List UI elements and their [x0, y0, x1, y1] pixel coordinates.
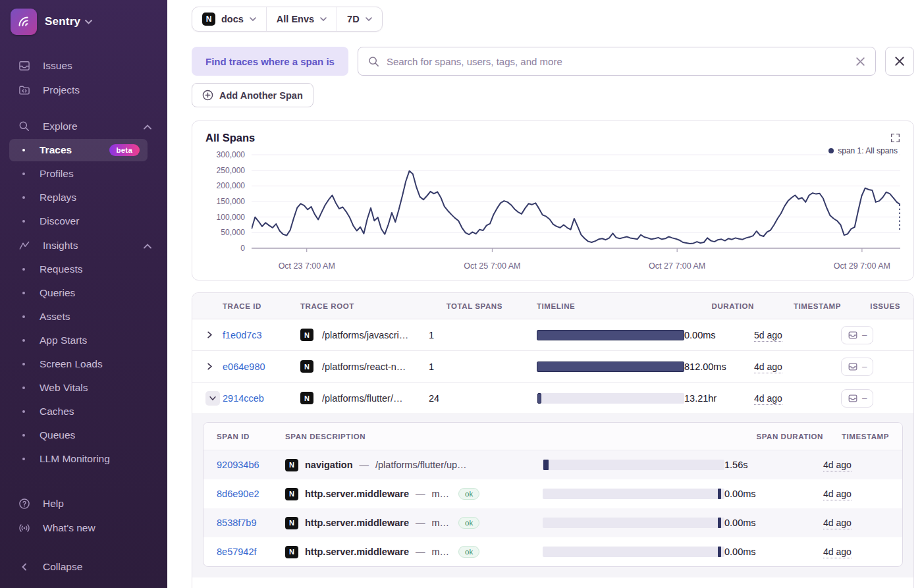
sidebar-item-help[interactable]: Help	[0, 491, 167, 516]
sidebar-item-queries[interactable]: Queries	[0, 281, 167, 305]
trace-id-link[interactable]: f1e0d7c3	[223, 330, 300, 340]
sidebar-item-screen-loads[interactable]: Screen Loads	[0, 352, 167, 376]
sidebar-item-label: LLM Monitoring	[40, 453, 140, 465]
chart-plot-area[interactable]: span 1: All spans	[252, 148, 900, 257]
y-tick-label: 50,000	[221, 228, 245, 237]
sidebar-item-projects[interactable]: Projects	[0, 78, 167, 102]
section-label: Explore	[43, 120, 132, 132]
y-tick-label: 100,000	[217, 213, 245, 222]
separator: —	[416, 489, 425, 499]
span-op: http.server.middleware	[305, 518, 409, 528]
clear-search-button[interactable]	[855, 57, 865, 67]
sidebar-item-queues[interactable]: Queues	[0, 423, 167, 447]
col-trace-root: TRACE ROOT	[300, 302, 429, 310]
expand-chevron-icon[interactable]	[205, 331, 223, 339]
status-badge: ok	[458, 546, 479, 558]
sidebar-item-requests[interactable]: Requests	[0, 257, 167, 281]
sidebar-item-issues[interactable]: Issues	[0, 53, 167, 78]
date-range-filter[interactable]: 7D	[337, 7, 382, 31]
trace-root: /platforms/javascri…	[322, 330, 408, 340]
duration: 13.21hr	[684, 393, 754, 404]
nextjs-icon	[285, 459, 298, 471]
col-span-duration: SPAN DURATION	[756, 433, 823, 441]
bullet-icon	[22, 220, 25, 223]
issues-button[interactable]: –	[841, 326, 873, 344]
expand-chevron-icon[interactable]	[205, 362, 223, 371]
sidebar-item-label: Screen Loads	[40, 358, 140, 370]
sidebar-item-replays[interactable]: Replays	[0, 186, 167, 209]
span-timestamp: 4d ago	[823, 488, 889, 500]
sidebar-item-caches[interactable]: Caches	[0, 400, 167, 423]
issues-button[interactable]: –	[841, 358, 873, 376]
trace-root: /platforms/flutter/…	[322, 393, 402, 404]
fullscreen-icon[interactable]	[889, 132, 902, 146]
trace-id-link[interactable]: 2914cceb	[223, 393, 300, 404]
sidebar-item-assets[interactable]: Assets	[0, 305, 167, 329]
span-duration: 1.56s	[724, 460, 823, 470]
find-traces-label: Find traces where a span is	[205, 56, 335, 67]
y-tick-label: 150,000	[217, 197, 245, 206]
sidebar-item-profiles[interactable]: Profiles	[0, 162, 167, 186]
sidebar-item-whats-new[interactable]: What's new	[0, 516, 167, 540]
col-total-spans: TOTAL SPANS	[447, 302, 502, 310]
nextjs-icon	[285, 488, 298, 500]
sidebar-item-web-vitals[interactable]: Web Vitals	[0, 376, 167, 400]
collapse-chevron-icon[interactable]	[205, 391, 220, 406]
issues-button[interactable]: –	[841, 389, 873, 408]
sidebar-item-label: Web Vitals	[40, 382, 140, 394]
sidebar-collapse-button[interactable]: Collapse	[0, 554, 167, 579]
y-tick-label: 0	[240, 244, 245, 253]
timestamp: 4d ago	[754, 392, 841, 404]
help-icon	[17, 497, 32, 510]
sidebar-item-label: Caches	[40, 406, 140, 417]
legend-dot-icon	[828, 148, 834, 153]
span-id-link[interactable]: 920934b6	[217, 460, 285, 470]
trace-id-link[interactable]: e064e980	[223, 361, 300, 372]
issues-count-dash: –	[862, 393, 867, 403]
sidebar-item-label: Assets	[40, 311, 140, 323]
sidebar: Sentry Issues Projects	[0, 0, 167, 588]
table-row: 2914cceb /platforms/flutter/… 24 13.21hr…	[192, 383, 913, 414]
project-filter[interactable]: docs	[192, 7, 266, 31]
span-id-link[interactable]: 8e57942f	[217, 547, 285, 557]
clear-icon	[855, 57, 865, 67]
add-another-span-button[interactable]: Add Another Span	[192, 83, 313, 107]
span-timestamp: 4d ago	[823, 459, 889, 471]
issues-count-dash: –	[862, 361, 867, 371]
span-timestamp: 4d ago	[823, 517, 889, 529]
status-badge: ok	[458, 488, 479, 500]
insights-icon	[17, 239, 32, 252]
sidebar-item-label: Queues	[40, 429, 140, 441]
sidebar-item-discover[interactable]: Discover	[0, 209, 167, 233]
span-search-input[interactable]	[387, 56, 848, 67]
sidebar-section-insights[interactable]: Insights	[0, 233, 167, 257]
sidebar-item-llm-monitoring[interactable]: LLM Monitoring	[0, 447, 167, 471]
sidebar-section-explore[interactable]: Explore	[0, 114, 167, 138]
nextjs-icon	[300, 392, 313, 404]
find-traces-label-chip[interactable]: Find traces where a span is	[192, 47, 348, 76]
org-switcher[interactable]: Sentry	[0, 9, 167, 35]
sidebar-item-label: Replays	[40, 192, 140, 203]
close-icon	[894, 56, 905, 67]
main-content: docs All Envs 7D Find traces where a spa…	[167, 0, 922, 588]
span-timeline-bar	[543, 547, 724, 557]
chevron-left-icon	[17, 562, 32, 572]
legend-label: span 1: All spans	[838, 146, 898, 155]
sidebar-item-label: Projects	[43, 84, 151, 96]
environment-filter[interactable]: All Envs	[266, 7, 337, 31]
issues-count-dash: –	[862, 330, 867, 340]
bullet-icon	[22, 363, 25, 365]
nextjs-icon	[300, 329, 313, 341]
span-op: http.server.middleware	[305, 547, 409, 557]
span-id-link[interactable]: 8538f7b9	[217, 518, 285, 528]
chart-legend[interactable]: span 1: All spans	[827, 146, 899, 155]
remove-span-row-button[interactable]	[885, 47, 914, 76]
span-timeline-bar	[543, 518, 724, 528]
list-item: 8e57942f http.server.middleware — m… ok …	[203, 537, 902, 566]
sidebar-item-label: Issues	[43, 60, 151, 72]
bullet-icon	[22, 173, 25, 175]
sidebar-item-app-starts[interactable]: App Starts	[0, 329, 167, 352]
span-duration: 0.00ms	[724, 489, 823, 499]
sidebar-item-traces[interactable]: Traces beta	[0, 138, 167, 162]
span-id-link[interactable]: 8d6e90e2	[217, 489, 285, 499]
